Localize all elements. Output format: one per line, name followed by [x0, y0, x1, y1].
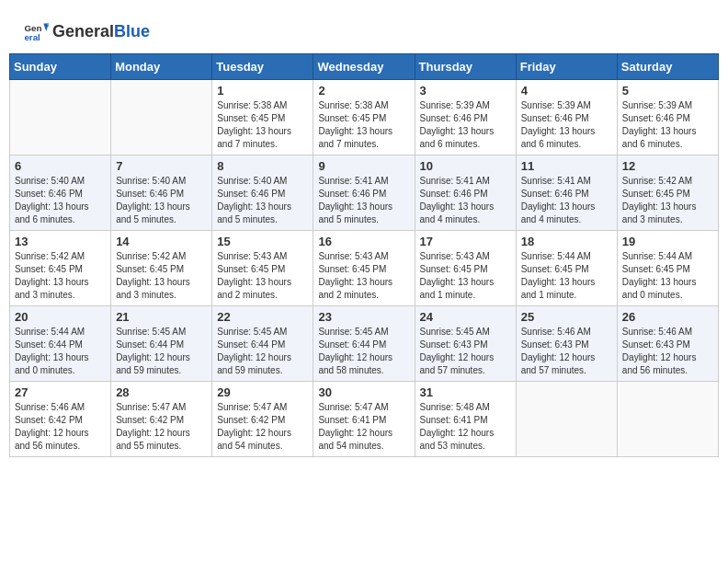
- weekday-header-friday: Friday: [516, 54, 617, 80]
- weekday-header-wednesday: Wednesday: [313, 54, 415, 80]
- logo-icon: Gen eral: [23, 18, 49, 44]
- day-number: 4: [521, 84, 612, 98]
- day-info: Sunrise: 5:47 AM Sunset: 6:42 PM Dayligh…: [217, 401, 308, 453]
- day-number: 2: [318, 84, 409, 98]
- calendar-cell: 5Sunrise: 5:39 AM Sunset: 6:46 PM Daylig…: [617, 80, 718, 155]
- day-info: Sunrise: 5:47 AM Sunset: 6:41 PM Dayligh…: [318, 401, 409, 453]
- day-number: 26: [622, 310, 713, 324]
- day-info: Sunrise: 5:42 AM Sunset: 6:45 PM Dayligh…: [622, 175, 713, 226]
- day-info: Sunrise: 5:41 AM Sunset: 6:46 PM Dayligh…: [318, 175, 409, 226]
- calendar-cell: 4Sunrise: 5:39 AM Sunset: 6:46 PM Daylig…: [516, 80, 617, 155]
- day-number: 9: [318, 159, 409, 173]
- calendar-table: SundayMondayTuesdayWednesdayThursdayFrid…: [9, 53, 719, 457]
- calendar-cell: 10Sunrise: 5:41 AM Sunset: 6:46 PM Dayli…: [415, 155, 516, 231]
- day-number: 6: [15, 159, 106, 173]
- day-info: Sunrise: 5:45 AM Sunset: 6:43 PM Dayligh…: [420, 326, 511, 377]
- calendar-cell: [617, 382, 718, 457]
- day-number: 24: [420, 310, 511, 324]
- day-number: 21: [116, 310, 207, 324]
- calendar-cell: 6Sunrise: 5:40 AM Sunset: 6:46 PM Daylig…: [10, 155, 111, 231]
- calendar-cell: 15Sunrise: 5:43 AM Sunset: 6:45 PM Dayli…: [212, 231, 313, 306]
- day-info: Sunrise: 5:43 AM Sunset: 6:45 PM Dayligh…: [217, 250, 308, 302]
- day-info: Sunrise: 5:44 AM Sunset: 6:45 PM Dayligh…: [521, 250, 612, 302]
- svg-text:eral: eral: [24, 32, 40, 42]
- calendar-cell: 27Sunrise: 5:46 AM Sunset: 6:42 PM Dayli…: [10, 382, 111, 457]
- calendar-cell: 17Sunrise: 5:43 AM Sunset: 6:45 PM Dayli…: [415, 231, 516, 306]
- day-info: Sunrise: 5:45 AM Sunset: 6:44 PM Dayligh…: [217, 326, 308, 377]
- day-info: Sunrise: 5:38 AM Sunset: 6:45 PM Dayligh…: [318, 99, 409, 151]
- day-info: Sunrise: 5:40 AM Sunset: 6:46 PM Dayligh…: [116, 175, 207, 226]
- calendar-cell: 8Sunrise: 5:40 AM Sunset: 6:46 PM Daylig…: [212, 155, 313, 231]
- calendar-cell: 16Sunrise: 5:43 AM Sunset: 6:45 PM Dayli…: [313, 231, 415, 306]
- weekday-header-tuesday: Tuesday: [212, 54, 313, 80]
- calendar-week-row: 13Sunrise: 5:42 AM Sunset: 6:45 PM Dayli…: [10, 231, 719, 306]
- calendar-cell: 13Sunrise: 5:42 AM Sunset: 6:45 PM Dayli…: [10, 231, 111, 306]
- calendar-week-row: 1Sunrise: 5:38 AM Sunset: 6:45 PM Daylig…: [10, 80, 719, 155]
- calendar-cell: 20Sunrise: 5:44 AM Sunset: 6:44 PM Dayli…: [10, 306, 111, 382]
- day-info: Sunrise: 5:47 AM Sunset: 6:42 PM Dayligh…: [116, 401, 207, 453]
- day-info: Sunrise: 5:42 AM Sunset: 6:45 PM Dayligh…: [15, 250, 106, 302]
- day-number: 20: [15, 310, 106, 324]
- day-number: 22: [217, 310, 308, 324]
- logo-blue: Blue: [114, 22, 150, 40]
- day-number: 25: [521, 310, 612, 324]
- calendar-cell: 7Sunrise: 5:40 AM Sunset: 6:46 PM Daylig…: [111, 155, 212, 231]
- day-number: 27: [15, 385, 106, 399]
- calendar-cell: 29Sunrise: 5:47 AM Sunset: 6:42 PM Dayli…: [212, 382, 313, 457]
- day-number: 17: [420, 235, 511, 248]
- calendar-cell: [111, 80, 212, 155]
- page-header: Gen eral GeneralBlue: [9, 9, 719, 49]
- calendar-cell: 14Sunrise: 5:42 AM Sunset: 6:45 PM Dayli…: [111, 231, 212, 306]
- day-info: Sunrise: 5:44 AM Sunset: 6:45 PM Dayligh…: [622, 250, 713, 302]
- calendar-cell: 23Sunrise: 5:45 AM Sunset: 6:44 PM Dayli…: [313, 306, 415, 382]
- calendar-cell: 12Sunrise: 5:42 AM Sunset: 6:45 PM Dayli…: [617, 155, 718, 231]
- day-info: Sunrise: 5:39 AM Sunset: 6:46 PM Dayligh…: [622, 99, 713, 151]
- calendar-header-row: SundayMondayTuesdayWednesdayThursdayFrid…: [10, 54, 719, 80]
- calendar-cell: 2Sunrise: 5:38 AM Sunset: 6:45 PM Daylig…: [313, 80, 415, 155]
- day-info: Sunrise: 5:39 AM Sunset: 6:46 PM Dayligh…: [420, 99, 511, 151]
- day-info: Sunrise: 5:39 AM Sunset: 6:46 PM Dayligh…: [521, 99, 612, 151]
- day-number: 12: [622, 159, 713, 173]
- day-number: 8: [217, 159, 308, 173]
- logo-general: General: [52, 22, 114, 40]
- calendar-cell: [10, 80, 111, 155]
- day-number: 28: [116, 385, 207, 399]
- day-info: Sunrise: 5:46 AM Sunset: 6:42 PM Dayligh…: [15, 401, 106, 453]
- day-info: Sunrise: 5:42 AM Sunset: 6:45 PM Dayligh…: [116, 250, 207, 302]
- day-info: Sunrise: 5:45 AM Sunset: 6:44 PM Dayligh…: [116, 326, 207, 377]
- weekday-header-thursday: Thursday: [415, 54, 516, 80]
- day-number: 18: [521, 235, 612, 248]
- day-info: Sunrise: 5:48 AM Sunset: 6:41 PM Dayligh…: [420, 401, 511, 453]
- day-info: Sunrise: 5:41 AM Sunset: 6:46 PM Dayligh…: [521, 175, 612, 226]
- day-number: 1: [217, 84, 308, 98]
- day-number: 3: [420, 84, 511, 98]
- day-info: Sunrise: 5:40 AM Sunset: 6:46 PM Dayligh…: [15, 175, 106, 226]
- day-info: Sunrise: 5:43 AM Sunset: 6:45 PM Dayligh…: [318, 250, 409, 302]
- calendar-week-row: 6Sunrise: 5:40 AM Sunset: 6:46 PM Daylig…: [10, 155, 719, 231]
- day-number: 15: [217, 235, 308, 248]
- weekday-header-saturday: Saturday: [617, 54, 718, 80]
- calendar-cell: 30Sunrise: 5:47 AM Sunset: 6:41 PM Dayli…: [313, 382, 415, 457]
- day-number: 13: [15, 235, 106, 248]
- calendar-cell: 1Sunrise: 5:38 AM Sunset: 6:45 PM Daylig…: [212, 80, 313, 155]
- weekday-header-monday: Monday: [111, 54, 212, 80]
- calendar-cell: 24Sunrise: 5:45 AM Sunset: 6:43 PM Dayli…: [415, 306, 516, 382]
- day-info: Sunrise: 5:45 AM Sunset: 6:44 PM Dayligh…: [318, 326, 409, 377]
- day-info: Sunrise: 5:40 AM Sunset: 6:46 PM Dayligh…: [217, 175, 308, 226]
- weekday-header-sunday: Sunday: [10, 54, 111, 80]
- day-number: 23: [318, 310, 409, 324]
- day-info: Sunrise: 5:38 AM Sunset: 6:45 PM Dayligh…: [217, 99, 308, 151]
- day-number: 19: [622, 235, 713, 248]
- calendar-cell: 9Sunrise: 5:41 AM Sunset: 6:46 PM Daylig…: [313, 155, 415, 231]
- day-info: Sunrise: 5:41 AM Sunset: 6:46 PM Dayligh…: [420, 175, 511, 226]
- logo: Gen eral GeneralBlue: [23, 18, 150, 44]
- day-number: 7: [116, 159, 207, 173]
- calendar-cell: 25Sunrise: 5:46 AM Sunset: 6:43 PM Dayli…: [516, 306, 617, 382]
- calendar-cell: 19Sunrise: 5:44 AM Sunset: 6:45 PM Dayli…: [617, 231, 718, 306]
- calendar-cell: 11Sunrise: 5:41 AM Sunset: 6:46 PM Dayli…: [516, 155, 617, 231]
- day-number: 11: [521, 159, 612, 173]
- calendar-cell: [516, 382, 617, 457]
- calendar-cell: 18Sunrise: 5:44 AM Sunset: 6:45 PM Dayli…: [516, 231, 617, 306]
- calendar-cell: 22Sunrise: 5:45 AM Sunset: 6:44 PM Dayli…: [212, 306, 313, 382]
- calendar-week-row: 20Sunrise: 5:44 AM Sunset: 6:44 PM Dayli…: [10, 306, 719, 382]
